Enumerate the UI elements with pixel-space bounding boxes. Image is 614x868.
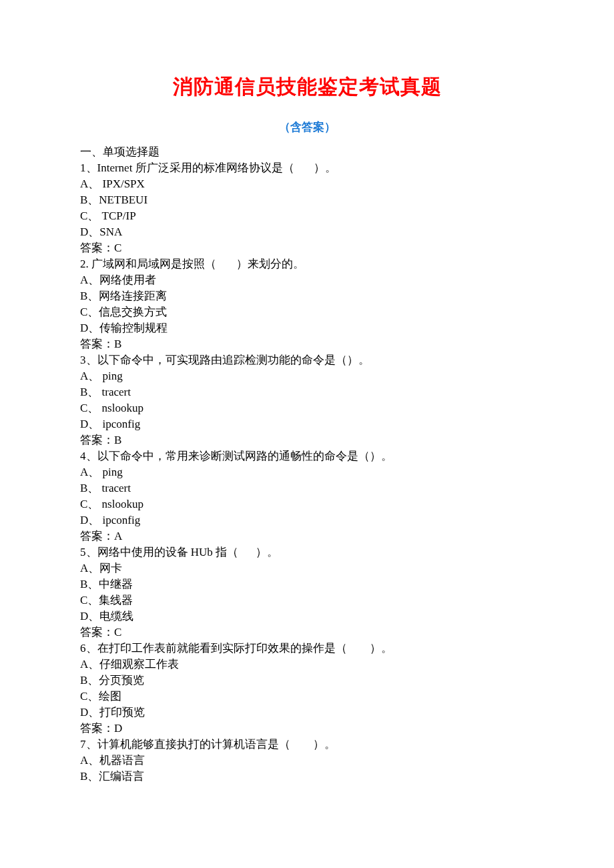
question-option: B、汇编语言: [80, 769, 534, 785]
question-option: B、分页预览: [80, 673, 534, 689]
question-option: C、 nslookup: [80, 400, 534, 416]
question-stem: 7、计算机能够直接执打的计算机语言是（ ）。: [80, 737, 534, 753]
question-option: A、机器语言: [80, 753, 534, 769]
section-header: 一、单项选择题: [80, 144, 534, 160]
question-stem: 5、网络中使用的设备 HUb 指（ ）。: [80, 544, 534, 560]
question-option: A、仔细观察工作表: [80, 657, 534, 673]
question-option: B、中继器: [80, 576, 534, 592]
exam-title: 消防通信员技能鉴定考试真题: [80, 73, 534, 101]
question-answer: 答案：B: [80, 336, 534, 352]
question-option: C、信息交换方式: [80, 304, 534, 320]
question-option: C、 nslookup: [80, 496, 534, 512]
question-option: C、集线器: [80, 592, 534, 608]
question-option: D、 ipconfig: [80, 512, 534, 528]
question-stem: 2. 广域网和局域网是按照（ ）来划分的。: [80, 256, 534, 272]
question-option: A、 IPX/SPX: [80, 176, 534, 192]
question-option: A、网卡: [80, 560, 534, 576]
question-option: D、SNA: [80, 224, 534, 240]
question-option: D、传输控制规程: [80, 320, 534, 336]
question-option: B、 tracert: [80, 384, 534, 400]
question-answer: 答案：D: [80, 721, 534, 737]
question-answer: 答案：A: [80, 528, 534, 544]
question-option: A、 ping: [80, 368, 534, 384]
exam-page: 消防通信员技能鉴定考试真题 （含答案） 一、单项选择题 1、Internet 所…: [0, 0, 614, 825]
question-answer: 答案：B: [80, 432, 534, 448]
question-option: B、NETBEUI: [80, 192, 534, 208]
question-stem: 4、以下命令中，常用来诊断测试网路的通畅性的命令是（）。: [80, 448, 534, 464]
question-option: C、绘图: [80, 689, 534, 705]
question-option: D、 ipconfig: [80, 416, 534, 432]
question-option: C、 TCP/IP: [80, 208, 534, 224]
exam-subtitle: （含答案）: [80, 119, 534, 135]
question-option: A、 ping: [80, 464, 534, 480]
question-list: 1、Internet 所广泛采用的标准网络协议是（ ）。A、 IPX/SPXB、…: [80, 160, 534, 785]
question-option: B、 tracert: [80, 480, 534, 496]
question-answer: 答案：C: [80, 240, 534, 256]
question-answer: 答案：C: [80, 624, 534, 640]
question-option: B、网络连接距离: [80, 288, 534, 304]
question-option: D、电缆线: [80, 608, 534, 624]
question-stem: 6、在打印工作表前就能看到实际打印效果的操作是（ ）。: [80, 640, 534, 657]
question-stem: 3、以下命令中，可实现路由追踪检测功能的命令是（）。: [80, 352, 534, 368]
question-stem: 1、Internet 所广泛采用的标准网络协议是（ ）。: [80, 160, 534, 176]
question-option: A、网络使用者: [80, 272, 534, 288]
question-option: D、打印预览: [80, 705, 534, 721]
